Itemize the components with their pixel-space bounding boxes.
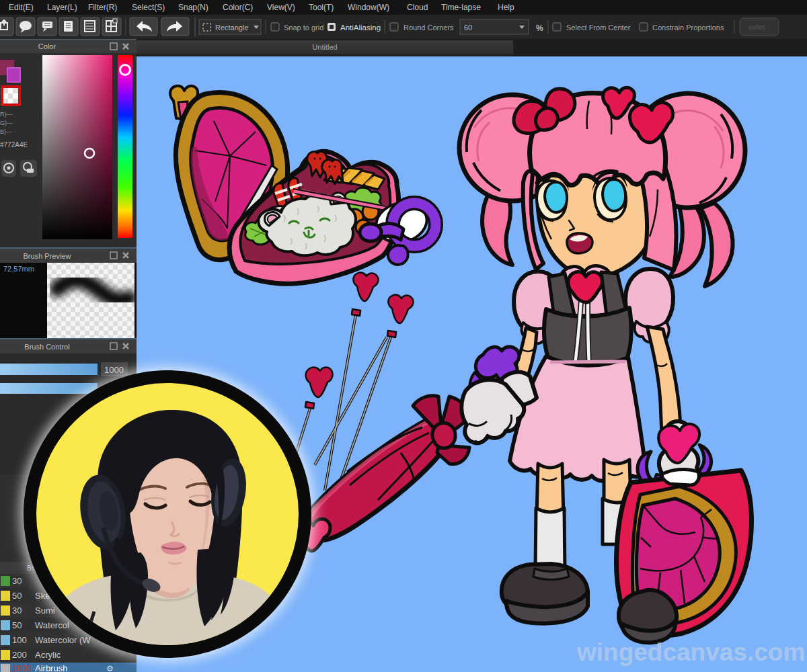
svg-text:30: 30 <box>12 576 22 586</box>
svg-text:Watercol: Watercol <box>35 620 69 630</box>
svg-text:200: 200 <box>12 650 27 660</box>
svg-text:⚙: ⚙ <box>106 664 114 672</box>
svg-text:B)---: B)--- <box>0 128 12 135</box>
svg-text:72.57mm: 72.57mm <box>3 265 34 273</box>
svg-text:AntiAliasing: AntiAliasing <box>340 24 381 32</box>
svg-text:Watercolor (W: Watercolor (W <box>35 635 91 645</box>
svg-text:60: 60 <box>464 24 472 32</box>
svg-text:Sumi: Sumi <box>35 605 55 616</box>
svg-text:30: 30 <box>12 605 22 616</box>
svg-text:R)---: R)--- <box>0 111 13 118</box>
svg-text:Brush Preview: Brush Preview <box>24 252 71 260</box>
svg-text:50: 50 <box>12 591 22 601</box>
svg-text:1000: 1000 <box>12 663 32 672</box>
svg-text:Rectangle: Rectangle <box>215 24 249 32</box>
svg-text:Round Corners: Round Corners <box>404 24 454 32</box>
svg-text:Airbrush: Airbrush <box>35 663 67 672</box>
svg-text:Brush Control: Brush Control <box>24 343 69 351</box>
svg-text:Snap to grid: Snap to grid <box>284 24 323 32</box>
svg-text:Constrain Proportions: Constrain Proportions <box>652 24 724 32</box>
svg-text:G)---: G)--- <box>0 120 13 126</box>
svg-text:50: 50 <box>12 620 22 630</box>
svg-text:Color: Color <box>38 42 56 50</box>
svg-text:%: % <box>536 24 543 33</box>
svg-text:#772A4E: #772A4E <box>0 141 28 149</box>
svg-text:100: 100 <box>12 635 27 645</box>
svg-text:Acrylic: Acrylic <box>35 650 61 660</box>
svg-text:Select From Center: Select From Center <box>566 24 631 32</box>
svg-text:selec: selec <box>748 23 766 31</box>
svg-text:1000: 1000 <box>104 365 124 375</box>
